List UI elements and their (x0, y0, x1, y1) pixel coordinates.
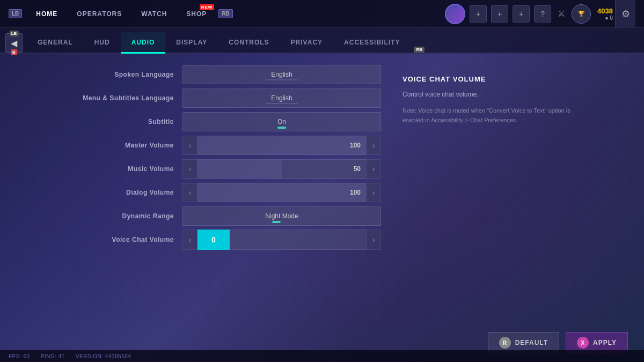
subtitle-value: On (277, 118, 286, 125)
music-volume-increase[interactable]: › (366, 159, 381, 179)
nav-icons-group: + + + ? ⚔ 🏆 4038 ● 0 (445, 4, 615, 24)
settings-tabs-bar: LB ◀ B GENERAL HUD AUDIO DISPLAY CONTROL… (0, 28, 644, 54)
dialog-volume-slider: ‹ 100 › (182, 183, 381, 202)
weapon-icon: ⚔ (558, 9, 565, 19)
rb-badge[interactable]: RB (218, 9, 232, 18)
status-bar: FPS: 60 PING: 41 VERSION: 44366504 (0, 350, 644, 362)
dialog-volume-decrease[interactable]: ‹ (182, 183, 197, 202)
master-volume-row: Master Volume ‹ 100 › (16, 135, 381, 156)
dynamic-range-value: Night Mode (265, 212, 298, 220)
music-volume-control: ‹ 50 › (182, 159, 381, 179)
dynamic-range-row: Dynamic Range Night Mode (16, 206, 381, 226)
nav-home[interactable]: HOME (26, 0, 67, 27)
music-volume-decrease[interactable]: ‹ (182, 159, 197, 179)
nav-watch[interactable]: WATCH (131, 0, 177, 27)
score-value: 4038 (597, 7, 613, 15)
dialog-volume-track: 100 (197, 183, 366, 202)
info-note: Note: Voice chat is muted when "Convert … (402, 106, 585, 125)
voice-chat-value-box: 0 (197, 230, 230, 250)
tab-hud[interactable]: HUD (84, 32, 121, 54)
subtitle-control[interactable]: On (182, 112, 381, 131)
ping-counter: PING: 41 (41, 353, 65, 359)
voice-chat-value: 0 (211, 235, 216, 244)
spoken-language-label: Spoken Language (16, 71, 182, 78)
main-content: Spoken Language English Menu & Subtitles… (0, 54, 644, 327)
voice-chat-track (230, 230, 366, 250)
dialog-volume-value: 100 (350, 189, 361, 196)
dialog-volume-control: ‹ 100 › (182, 183, 381, 202)
tab-accessibility[interactable]: ACCESSIBILITY (333, 32, 411, 54)
master-volume-increase[interactable]: › (366, 136, 381, 155)
nav-shop[interactable]: SHOP NEW (177, 0, 216, 27)
info-panel: VOICE CHAT VOLUME Control voice chat vol… (392, 64, 596, 321)
back-arrow-icon: ◀ (11, 38, 17, 48)
score-sub: ● 0 (605, 15, 613, 21)
menu-language-value: English (271, 94, 292, 102)
music-volume-row: Music Volume ‹ 50 › (16, 159, 381, 179)
toggle-thumb (277, 127, 286, 129)
dialog-volume-label: Dialog Volume (16, 189, 182, 196)
b-tab-badge: B (11, 49, 17, 55)
music-volume-track: 50 (197, 159, 366, 179)
voice-chat-slider: ‹ 0 › (182, 230, 381, 250)
master-volume-track: 100 (197, 136, 366, 155)
settings-panel: Spoken Language English Menu & Subtitles… (16, 64, 381, 321)
night-mode-thumb (272, 221, 281, 223)
info-description: Control voice chat volume. (402, 90, 585, 100)
music-volume-slider: ‹ 50 › (182, 159, 381, 179)
friends-btn[interactable]: + (491, 5, 508, 23)
apply-btn-label: APPLY (593, 339, 617, 346)
version-info: VERSION: 44366504 (76, 353, 131, 359)
spoken-language-dropdown[interactable]: English (182, 65, 381, 84)
back-button[interactable]: LB ◀ B (5, 33, 23, 53)
default-btn-badge: R (499, 337, 511, 349)
fps-counter: FPS: 60 (9, 353, 30, 359)
subtitle-row: Subtitle On (16, 112, 381, 132)
tab-general[interactable]: GENERAL (27, 32, 84, 54)
tab-audio[interactable]: AUDIO (121, 32, 166, 54)
master-volume-control: ‹ 100 › (182, 136, 381, 155)
master-volume-label: Master Volume (16, 142, 182, 149)
nav-operators[interactable]: OPERATORS (67, 0, 131, 27)
lb-badge[interactable]: LB (9, 9, 22, 18)
settings-gear-btn[interactable]: ⚙ (615, 0, 635, 28)
menu-language-control[interactable]: English (182, 88, 381, 108)
master-volume-slider: ‹ 100 › (182, 136, 381, 155)
subtitle-toggle[interactable]: On (182, 112, 381, 131)
info-title: VOICE CHAT VOLUME (402, 75, 585, 83)
spoken-language-row: Spoken Language English (16, 64, 381, 85)
tab-privacy[interactable]: PRIVACY (280, 32, 333, 54)
menu-language-label: Menu & Subtitles Language (16, 94, 182, 102)
master-volume-value: 100 (350, 142, 361, 149)
master-volume-decrease[interactable]: ‹ (182, 136, 197, 155)
rank-icon: 🏆 (572, 4, 591, 24)
music-volume-label: Music Volume (16, 165, 182, 173)
voice-chat-row: Voice Chat Volume ‹ 0 › (16, 230, 381, 250)
master-volume-fill (197, 136, 366, 154)
voice-chat-increase[interactable]: › (366, 230, 381, 250)
lb-tab-badge: LB (10, 31, 19, 36)
player-avatar[interactable] (445, 4, 465, 24)
music-volume-value: 50 (354, 165, 361, 173)
menu-language-dropdown[interactable]: English (182, 88, 381, 108)
shop-new-badge: NEW (200, 4, 215, 10)
add-player-btn[interactable]: + (470, 5, 487, 23)
voice-chat-control: ‹ 0 › (182, 230, 381, 250)
spoken-language-control[interactable]: English (182, 65, 381, 84)
tab-controls[interactable]: CONTROLS (218, 32, 280, 54)
rb-tab-badge: RB (414, 47, 425, 53)
default-btn-label: DEFAULT (515, 339, 548, 346)
voice-chat-decrease[interactable]: ‹ (182, 230, 197, 250)
party-btn[interactable]: + (513, 5, 530, 23)
player-score: 4038 ● 0 (597, 7, 613, 21)
music-volume-fill (197, 160, 282, 178)
dynamic-range-dropdown[interactable]: Night Mode (182, 206, 381, 226)
tab-display[interactable]: DISPLAY (165, 32, 218, 54)
dialog-volume-increase[interactable]: › (366, 183, 381, 202)
info-btn[interactable]: ? (534, 5, 551, 23)
spoken-language-value: English (271, 71, 292, 78)
subtitle-label: Subtitle (16, 118, 182, 125)
settings-area: LB ◀ B GENERAL HUD AUDIO DISPLAY CONTROL… (0, 28, 644, 362)
menu-language-row: Menu & Subtitles Language English (16, 88, 381, 108)
dynamic-range-control[interactable]: Night Mode (182, 206, 381, 226)
